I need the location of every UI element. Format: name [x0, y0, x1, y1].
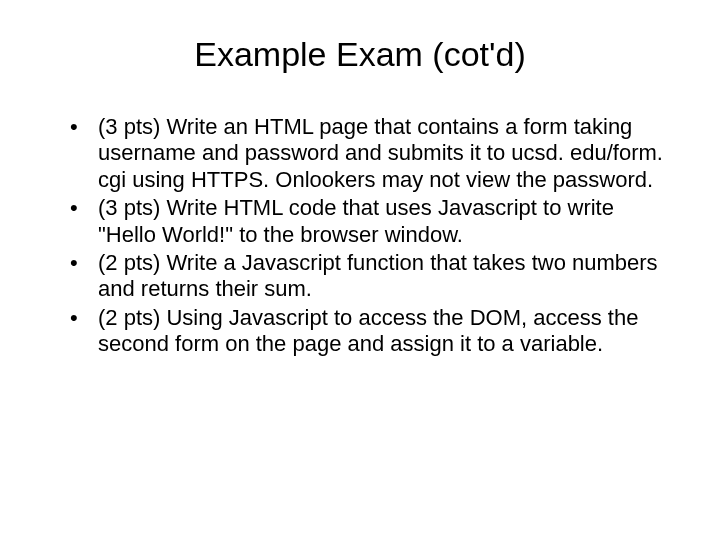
bullet-list: (3 pts) Write an HTML page that contains…	[50, 114, 670, 358]
list-item: (2 pts) Write a Javascript function that…	[70, 250, 670, 303]
list-item: (3 pts) Write HTML code that uses Javasc…	[70, 195, 670, 248]
slide-title: Example Exam (cot'd)	[50, 35, 670, 74]
list-item: (2 pts) Using Javascript to access the D…	[70, 305, 670, 358]
list-item: (3 pts) Write an HTML page that contains…	[70, 114, 670, 193]
